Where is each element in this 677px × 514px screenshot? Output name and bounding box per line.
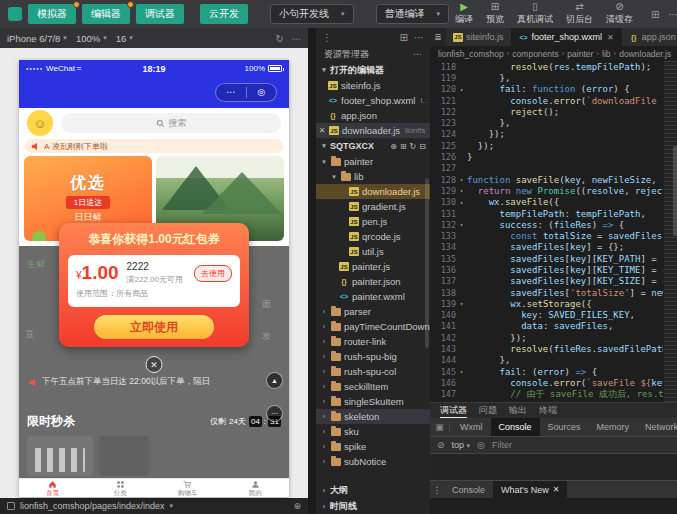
collapse-all-icon[interactable]: ⊟ xyxy=(419,142,426,151)
back-to-top-button[interactable]: ▲ xyxy=(266,372,283,389)
simulator-toggle-button[interactable]: 模拟器 xyxy=(28,4,76,24)
code-editor[interactable]: 118 resolve(res.tempFilePath);119 },120▾… xyxy=(430,61,677,402)
new-file-icon[interactable]: ⊕ xyxy=(390,142,397,151)
code-line[interactable]: 139▾ wx.setStorage({ xyxy=(430,298,677,309)
tree-folder-lib[interactable]: ▾lib xyxy=(316,169,430,184)
layout-icon[interactable]: ⊞ xyxy=(651,9,659,20)
debugger-toggle-button[interactable]: 调试器 xyxy=(136,4,184,24)
code-line[interactable]: 138 savedFiles['totalSize'] = newFileS xyxy=(430,287,677,298)
timeline-section[interactable]: › 时间线 xyxy=(316,498,430,514)
open-editor-item[interactable]: JSsiteinfo.js xyxy=(316,78,430,93)
code-line[interactable]: 140 key: SAVED_FILES_KEY, xyxy=(430,310,677,321)
exit-mini-program-icon[interactable]: ◎ xyxy=(247,88,277,97)
code-line[interactable]: 141 data: savedFiles, xyxy=(430,321,677,332)
breadcrumb-item[interactable]: lionfish_comshop xyxy=(438,49,504,59)
network-selector[interactable]: 16▾ xyxy=(116,33,133,44)
menu-icon[interactable]: ≣ xyxy=(430,28,446,46)
code-line[interactable]: 130▾ wx.saveFile({ xyxy=(430,197,677,208)
use-coupon-button[interactable]: 去使用 xyxy=(194,265,232,282)
code-line[interactable]: 144 }, xyxy=(430,355,677,366)
code-line[interactable]: 143 resolve(fileRes.savedFilePath); xyxy=(430,343,677,354)
tree-folder-router-link[interactable]: ›router-link xyxy=(316,334,430,349)
tab-bar-item-profile[interactable]: 我的 xyxy=(222,479,290,497)
devtools-tab-sources[interactable]: Sources xyxy=(540,418,589,436)
fold-arrow-icon[interactable]: ▾ xyxy=(456,199,467,206)
tree-folder-rush-spu-big[interactable]: ›rush-spu-big xyxy=(316,349,430,364)
breadcrumb[interactable]: lionfish_comshop›components›painter›lib›… xyxy=(430,46,677,61)
more-icon[interactable]: ⋯ xyxy=(668,9,677,20)
floating-more-button[interactable]: ⋯ xyxy=(266,405,283,422)
breadcrumb-item[interactable]: painter xyxy=(567,49,593,59)
toolbar-action-clear-cache[interactable]: ⊘清缓存 xyxy=(606,2,633,26)
devtools-tab-memory[interactable]: Memory xyxy=(589,418,638,436)
code-line[interactable]: 145▾ fail: (error) => { xyxy=(430,366,677,377)
outline-section[interactable]: › 大纲 xyxy=(316,482,430,498)
console-filter-input[interactable]: Filter xyxy=(492,440,512,450)
eye-icon[interactable]: ◎ xyxy=(477,440,485,450)
tree-folder-rush-spu-col[interactable]: ›rush-spu-col xyxy=(316,364,430,379)
fold-arrow-icon[interactable]: ▾ xyxy=(456,221,467,228)
toolbar-action-device-debug[interactable]: ▯真机调试 xyxy=(517,2,553,26)
more-icon[interactable]: ⋯ xyxy=(292,33,302,44)
more-icon[interactable]: ⋯ xyxy=(414,32,424,43)
tab-bar-item-home[interactable]: 首页 xyxy=(19,479,87,497)
shop-avatar[interactable]: ☺ xyxy=(27,110,53,136)
refresh-icon[interactable]: ↻ xyxy=(276,33,284,44)
code-line[interactable]: 128▾function saveFile(key, newFileSize, … xyxy=(430,174,677,185)
devtools-tab-console[interactable]: Console xyxy=(491,418,540,436)
new-folder-icon[interactable]: ⊞ xyxy=(400,142,407,151)
code-line[interactable]: 136 savedFiles[key][KEY_TIME] = new Da xyxy=(430,264,677,275)
fold-arrow-icon[interactable]: ▾ xyxy=(456,187,467,194)
chevron-down-icon[interactable]: ▾ xyxy=(170,502,174,510)
editor-scrollbar[interactable] xyxy=(673,146,677,236)
more-icon[interactable]: ⋯ xyxy=(413,49,422,59)
devtools-tab-network[interactable]: Network xyxy=(637,418,677,436)
code-line[interactable]: 119 }, xyxy=(430,72,677,83)
toolbar-action-switch-background[interactable]: ⇄切后台 xyxy=(566,2,593,26)
tree-folder-spike[interactable]: ›spike xyxy=(316,439,430,454)
panel-divider[interactable] xyxy=(308,28,316,514)
close-icon[interactable]: ✕ xyxy=(607,33,614,42)
current-page-path[interactable]: lionfish_comshop/pages/index/index xyxy=(20,501,165,511)
breadcrumb-item[interactable]: lib xyxy=(602,49,611,59)
code-line[interactable]: 122 reject(); xyxy=(430,106,677,117)
close-icon[interactable]: ✕ xyxy=(318,126,326,135)
code-line[interactable]: 123 }, xyxy=(430,117,677,128)
code-line[interactable]: 132▾ success: (fileRes) => { xyxy=(430,219,677,230)
code-line[interactable]: 124 }); xyxy=(430,129,677,140)
drawer-tab[interactable]: Console xyxy=(444,481,493,498)
explorer-scrollbar[interactable] xyxy=(425,178,429,348)
open-editor-item[interactable]: <>footer_shop.wxmllionf xyxy=(316,93,430,108)
code-line[interactable]: 118 resolve(res.tempFilePath); xyxy=(430,61,677,72)
code-line[interactable]: 135 savedFiles[key][KEY_PATH] = fileRes xyxy=(430,253,677,264)
fold-arrow-icon[interactable]: ▾ xyxy=(456,86,467,93)
code-line[interactable]: 134 savedFiles[key] = {}; xyxy=(430,242,677,253)
open-editor-item[interactable]: ✕JSdownloader.jslionfis xyxy=(316,123,430,138)
code-line[interactable]: 142 }); xyxy=(430,332,677,343)
tab-bar-item-category[interactable]: 分类 xyxy=(87,479,155,497)
editor-tab-app.json[interactable]: {}app.json xyxy=(622,28,677,46)
project-section[interactable]: ▾ SQTGXCX ⊕ ⊞ ↻ ⊟ xyxy=(316,138,430,154)
panel-tab-调试器[interactable]: 调试器 xyxy=(440,403,467,418)
tree-folder-sku[interactable]: ›sku xyxy=(316,424,430,439)
split-editor-icon[interactable]: ⊞ xyxy=(400,32,408,43)
zoom-selector[interactable]: 100%▾ xyxy=(76,33,107,44)
console-output[interactable] xyxy=(430,454,677,480)
tree-file-qrcode.js[interactable]: JSqrcode.js xyxy=(316,229,430,244)
breadcrumb-item[interactable]: components xyxy=(512,49,558,59)
fold-arrow-icon[interactable]: ▾ xyxy=(456,368,467,375)
search-input[interactable]: 搜索 xyxy=(61,113,281,133)
code-line[interactable]: 126} xyxy=(430,151,677,162)
tree-file-downloader.js[interactable]: JSdownloader.js xyxy=(316,184,430,199)
tree-file-painter.json[interactable]: {}painter.json xyxy=(316,274,430,289)
device-selector[interactable]: iPhone 6/7/8▾ xyxy=(7,33,67,44)
breadcrumb-item[interactable]: downloader.js xyxy=(619,49,671,59)
cloud-dev-button[interactable]: 云开发 xyxy=(200,4,248,24)
code-line[interactable]: 127 xyxy=(430,163,677,174)
minimap[interactable] xyxy=(664,61,677,402)
tree-file-pen.js[interactable]: JSpen.js xyxy=(316,214,430,229)
code-line[interactable]: 133 const totalSize = savedFiles[KEY_T xyxy=(430,230,677,241)
use-now-button[interactable]: 立即使用 xyxy=(94,315,214,339)
panel-tab-终端[interactable]: 终端 xyxy=(539,403,557,418)
tree-folder-payTimeCountDown[interactable]: ›payTimeCountDown xyxy=(316,319,430,334)
